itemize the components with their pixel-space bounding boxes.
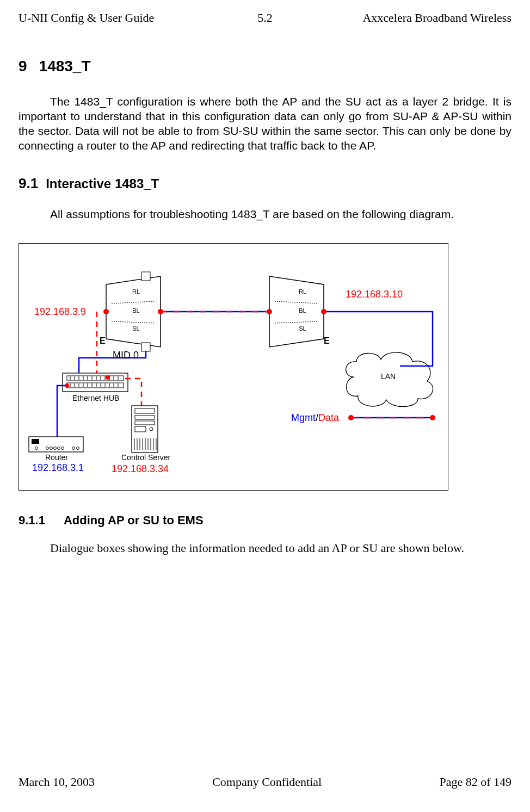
heading-9: 91483_T (19, 58, 511, 75)
header-right: Axxcelera Broadband Wireless (298, 11, 511, 25)
heading-9-title: 1483_T (39, 58, 91, 75)
svg-point-41 (65, 383, 69, 388)
label-sl-right: SL (294, 325, 311, 332)
svg-rect-44 (32, 439, 39, 444)
paragraph-intro-text: The 1483_T configuration is where both t… (19, 95, 511, 152)
label-ip-right: 192.168.3.10 (346, 289, 403, 300)
page-header: U-NII Config & User Guide 5.2 Axxcelera … (19, 11, 511, 25)
network-diagram: 192.168.3.9 192.168.3.10 RL BL SL RL BL … (19, 243, 448, 491)
paragraph-9-1: All assumptions for troubleshooting 1483… (19, 207, 511, 222)
footer-center: Company Confidential (212, 775, 322, 789)
paragraph-intro: The 1483_T configuration is where both t… (19, 95, 511, 153)
label-rl-left: RL (128, 288, 144, 295)
svg-point-12 (321, 309, 326, 314)
paragraph-9-1-1: Dialogue boxes showing the information n… (19, 541, 511, 556)
legend-mgmt-data: Mgmt/Data (291, 412, 339, 424)
heading-9-1-num: 9.1 (19, 175, 38, 191)
label-router-ip: 192.168.3.1 (32, 462, 84, 474)
heading-9-1-title: Interactive 1483_T (46, 176, 159, 191)
label-rl-right: RL (294, 288, 311, 295)
heading-9-1-1-title: Adding AP or SU to EMS (64, 513, 204, 527)
page-footer: March 10, 2003 Company Confidential Page… (19, 775, 511, 789)
svg-point-10 (158, 309, 163, 314)
footer-right: Page 82 of 149 (439, 775, 511, 789)
legend-mgmt: Mgmt (291, 412, 316, 423)
heading-9-num: 9 (19, 58, 27, 75)
label-e-right: E (324, 336, 330, 346)
label-bl-right: BL (294, 307, 311, 314)
svg-point-13 (103, 309, 109, 314)
paragraph-9-1-text: All assumptions for troubleshooting 1483… (50, 208, 454, 220)
label-sl-left: SL (128, 325, 144, 332)
label-control-server: Control Server (121, 453, 170, 462)
label-lan: LAN (381, 372, 396, 381)
label-control-server-ip: 192.168.3.34 (112, 463, 169, 475)
svg-point-70 (348, 415, 354, 420)
label-router: Router (45, 453, 68, 462)
header-center: 5.2 (232, 11, 298, 25)
label-ip-left: 192.168.3.9 (34, 306, 86, 318)
paragraph-9-1-1-text: Dialogue boxes showing the information n… (50, 541, 464, 555)
svg-point-71 (430, 415, 435, 420)
legend-data: Data (318, 412, 339, 423)
svg-point-42 (106, 375, 110, 380)
heading-9-1-1-num: 9.1.1 (19, 513, 45, 527)
label-bl-left: BL (128, 307, 144, 314)
label-ethernet-hub: Ethernet HUB (72, 394, 119, 402)
svg-rect-53 (132, 406, 158, 453)
heading-9-1-1: 9.1.1Adding AP or SU to EMS (19, 513, 511, 528)
svg-rect-4 (141, 343, 150, 351)
svg-rect-3 (141, 272, 150, 281)
svg-point-11 (267, 309, 272, 314)
label-e-left: E (100, 336, 106, 346)
footer-left: March 10, 2003 (19, 775, 95, 789)
header-left: U-NII Config & User Guide (19, 11, 232, 25)
heading-9-1: 9.1Interactive 1483_T (19, 175, 511, 192)
label-mid0: MID 0 (113, 350, 139, 361)
